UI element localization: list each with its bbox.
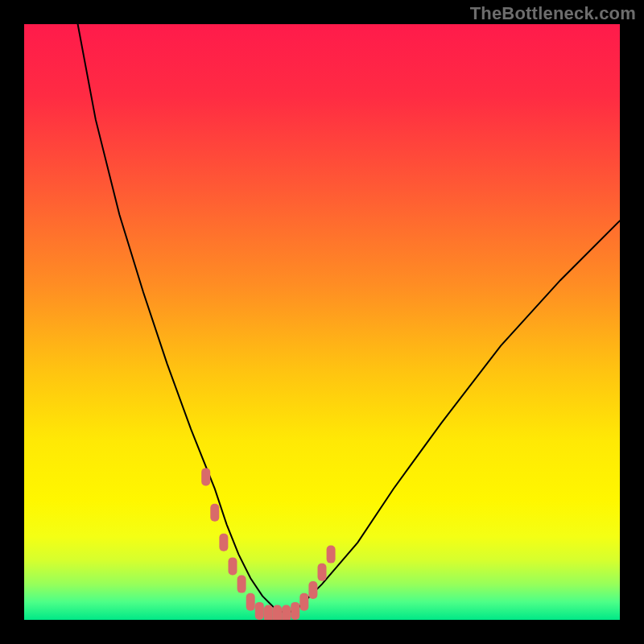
- curve-marker: [308, 581, 317, 599]
- curve-marker: [264, 605, 273, 620]
- curve-marker: [219, 534, 228, 551]
- curve-marker: [327, 546, 336, 564]
- curve-marker: [318, 564, 327, 581]
- curve-marker: [255, 602, 264, 620]
- plot-area: [24, 24, 620, 620]
- curve-marker: [201, 468, 210, 485]
- curve-marker: [299, 593, 308, 611]
- chart-svg: [24, 24, 620, 620]
- curve-marker: [237, 576, 246, 593]
- watermark-text: TheBottleneck.com: [470, 3, 636, 24]
- curve-marker: [229, 557, 237, 575]
- curve-marker: [246, 593, 255, 611]
- curve-marker: [291, 602, 299, 620]
- curve-marker: [210, 504, 219, 522]
- gradient-panel: [24, 24, 620, 620]
- chart-frame: TheBottleneck.com: [0, 0, 644, 644]
- curve-marker: [282, 605, 291, 620]
- curve-marker: [273, 605, 282, 620]
